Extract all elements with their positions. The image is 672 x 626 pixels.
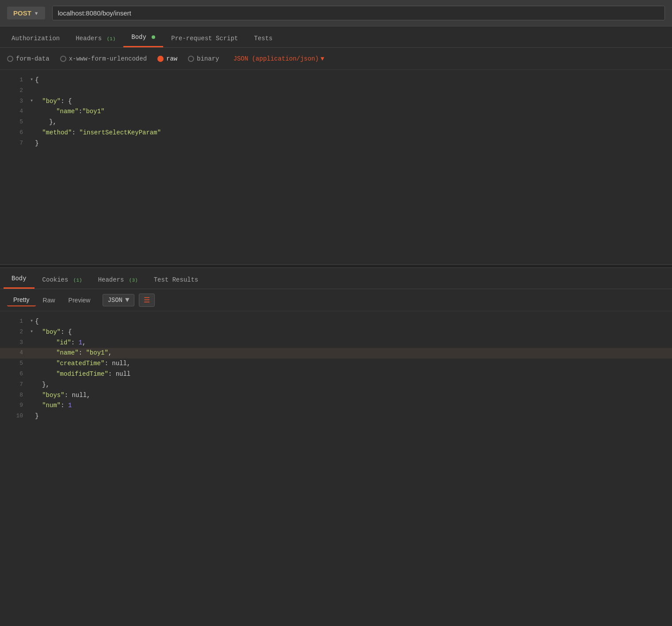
method-label: POST bbox=[13, 9, 31, 17]
tab-tests[interactable]: Tests bbox=[246, 30, 281, 47]
radio-urlencoded bbox=[60, 56, 66, 62]
response-body-editor: 1 ▾ { 2 ▾ "boy": { 3 "id": 1, 4 "name": … bbox=[0, 311, 672, 462]
code-line-6: 6 "method": "insertSelectKeyParam" bbox=[0, 128, 672, 138]
response-format-toolbar: Pretty Raw Preview JSON ▼ ☰ bbox=[0, 289, 672, 311]
json-type-selector[interactable]: JSON (application/json) ▼ bbox=[233, 55, 325, 62]
radio-raw bbox=[157, 56, 164, 62]
tab-headers[interactable]: Headers (1) bbox=[68, 30, 123, 47]
body-type-bar: form-data x-www-form-urlencoded raw bina… bbox=[0, 48, 672, 70]
code-line-2: 2 bbox=[0, 86, 672, 96]
tab-response-body[interactable]: Body bbox=[4, 270, 34, 289]
response-line-5: 5 "createdTime": null, bbox=[0, 359, 672, 369]
response-line-1: 1 ▾ { bbox=[0, 317, 672, 327]
request-tab-bar: Authorization Headers (1) Body Pre-reque… bbox=[0, 27, 672, 48]
json-type-chevron-icon: ▼ bbox=[321, 55, 324, 62]
tab-body[interactable]: Body bbox=[123, 28, 163, 47]
response-json-selector[interactable]: JSON ▼ bbox=[103, 294, 134, 306]
body-type-urlencoded[interactable]: x-www-form-urlencoded bbox=[60, 55, 147, 62]
code-line-7: 7 } bbox=[0, 138, 672, 149]
response-tab-bar: Body Cookies (1) Headers (3) Test Result… bbox=[0, 268, 672, 289]
response-json-chevron-icon: ▼ bbox=[125, 296, 130, 304]
top-bar: POST ▼ bbox=[0, 0, 672, 27]
tab-response-headers[interactable]: Headers (3) bbox=[90, 271, 146, 289]
body-type-form-data[interactable]: form-data bbox=[7, 55, 50, 62]
url-input[interactable] bbox=[52, 6, 665, 20]
tab-pre-request-script[interactable]: Pre-request Script bbox=[163, 30, 246, 47]
body-type-binary[interactable]: binary bbox=[188, 55, 219, 62]
section-divider bbox=[0, 264, 672, 268]
response-line-8: 8 "boys": null, bbox=[0, 390, 672, 401]
tab-test-results[interactable]: Test Results bbox=[146, 271, 206, 289]
method-chevron-icon: ▼ bbox=[34, 11, 39, 16]
radio-binary bbox=[188, 56, 194, 62]
method-selector[interactable]: POST ▼ bbox=[7, 7, 45, 19]
response-json-label: JSON bbox=[107, 297, 122, 304]
response-line-9: 9 "num": 1 bbox=[0, 401, 672, 411]
wrap-icon: ☰ bbox=[144, 296, 150, 305]
request-body-editor[interactable]: 1 ▾ { 2 3 ▾ "boy": { 4 "name":"boy1" 5 }… bbox=[0, 70, 672, 264]
response-headers-badge: (3) bbox=[129, 278, 138, 283]
headers-badge: (1) bbox=[107, 36, 115, 42]
code-line-4: 4 "name":"boy1" bbox=[0, 107, 672, 117]
format-raw-btn[interactable]: Raw bbox=[37, 294, 61, 306]
response-line-7: 7 }, bbox=[0, 380, 672, 390]
response-line-3: 3 "id": 1, bbox=[0, 338, 672, 348]
cookies-badge: (1) bbox=[73, 278, 82, 283]
format-preview-btn[interactable]: Preview bbox=[62, 294, 97, 306]
tab-response-cookies[interactable]: Cookies (1) bbox=[34, 271, 90, 289]
code-line-3: 3 ▾ "boy": { bbox=[0, 96, 672, 107]
code-line-5: 5 }, bbox=[0, 117, 672, 128]
wrap-toggle-btn[interactable]: ☰ bbox=[139, 294, 155, 307]
response-line-2: 2 ▾ "boy": { bbox=[0, 327, 672, 338]
code-line-1: 1 ▾ { bbox=[0, 75, 672, 86]
body-dot-indicator bbox=[152, 35, 155, 39]
body-type-raw[interactable]: raw bbox=[157, 55, 177, 62]
tab-authorization[interactable]: Authorization bbox=[4, 30, 68, 47]
response-line-4: 4 "name": "boy1", bbox=[0, 348, 672, 359]
format-pretty-btn[interactable]: Pretty bbox=[7, 294, 36, 306]
radio-form-data bbox=[7, 56, 13, 62]
response-line-10: 10 } bbox=[0, 411, 672, 422]
response-line-6: 6 "modifiedTime": null bbox=[0, 369, 672, 380]
